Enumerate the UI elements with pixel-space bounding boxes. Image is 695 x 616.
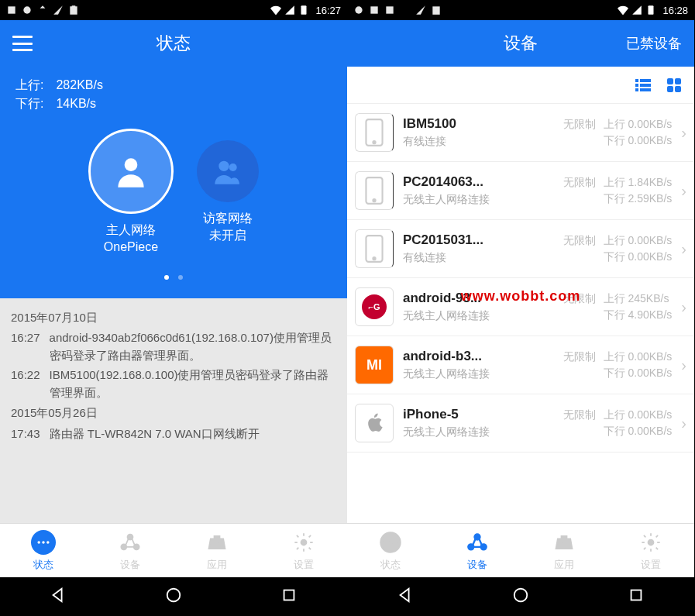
device-name: android-b3... — [403, 349, 511, 364]
log-entry: 16:27android-9340ab2f066c0d61(192.168.0.… — [11, 329, 336, 364]
back-button[interactable] — [397, 587, 414, 607]
log-entry: 16:22IBM5100(192.168.0.100)使用管理员密码登录了路由器… — [11, 367, 336, 401]
grid-view-button[interactable] — [663, 74, 685, 96]
svg-point-14 — [301, 539, 307, 545]
list-view-button[interactable] — [632, 74, 654, 96]
svg-point-8 — [42, 540, 46, 544]
menu-button[interactable] — [12, 36, 33, 51]
upload-value: 282KB/s — [56, 78, 102, 91]
recent-button[interactable] — [628, 587, 645, 607]
device-list[interactable]: IBM5100 有线连接 无限制上行 0.00KB/s 下行 0.00KB/s … — [347, 104, 694, 523]
svg-rect-2 — [301, 5, 307, 15]
log-panel[interactable]: 2015年07月10日 16:27android-9340ab2f066c0d6… — [0, 298, 347, 523]
android-nav-bar — [0, 577, 347, 616]
upload-label: 上行: — [15, 76, 53, 95]
phone-left: 16:27 状态 上行: 282KB/s 下行: 14KB/s 主人网络OneP… — [0, 0, 347, 616]
android-status-bar: 16:27 — [0, 0, 347, 20]
svg-point-7 — [37, 540, 41, 544]
device-connection: 无线主人网络连接 — [403, 193, 554, 207]
device-upload: 上行 0.00KB/s — [604, 116, 673, 132]
svg-rect-29 — [667, 86, 673, 92]
device-upload: 上行 1.84KB/s — [604, 174, 673, 191]
status-panel: 上行: 282KB/s 下行: 14KB/s 主人网络OnePiece 访客网络… — [0, 67, 347, 298]
device-limit: 无限制 — [563, 407, 597, 423]
log-entry: 17:43路由器 TL-WR842N 7.0 WAN口网线断开 — [11, 425, 336, 443]
device-download: 下行 2.59KB/s — [604, 191, 673, 207]
svg-rect-13 — [215, 542, 220, 545]
svg-rect-0 — [8, 6, 15, 13]
recent-button[interactable] — [280, 587, 298, 607]
svg-rect-19 — [386, 6, 393, 13]
home-button[interactable] — [165, 587, 182, 607]
device-row[interactable]: IBM5100 有线连接 无限制上行 0.00KB/s 下行 0.00KB/s … — [347, 104, 694, 162]
tab-devices[interactable]: 设备 — [434, 524, 521, 577]
svg-point-9 — [46, 540, 50, 544]
clock: 16:28 — [662, 5, 688, 16]
svg-rect-23 — [635, 84, 638, 87]
svg-rect-18 — [370, 6, 377, 13]
android-status-bar: 16:28 — [347, 0, 694, 20]
device-download: 下行 0.00KB/s — [604, 365, 673, 381]
svg-point-34 — [373, 199, 375, 201]
tab-apps[interactable]: 应用 — [174, 524, 260, 577]
chevron-right-icon: › — [681, 240, 686, 258]
device-limit: 无限制 — [563, 174, 597, 191]
svg-rect-47 — [631, 590, 642, 601]
svg-rect-20 — [649, 5, 654, 15]
tab-status[interactable]: 状态 — [347, 524, 434, 577]
device-icon — [355, 404, 394, 442]
device-download: 下行 4.90KB/s — [604, 307, 673, 323]
svg-rect-24 — [640, 84, 651, 87]
tab-bar: 状态 设备 应用 设置 — [347, 523, 694, 577]
svg-point-17 — [355, 6, 362, 13]
download-label: 下行: — [15, 95, 53, 113]
svg-rect-28 — [675, 78, 681, 84]
tab-settings[interactable]: 设置 — [260, 524, 347, 577]
tab-devices[interactable]: 设备 — [87, 524, 174, 577]
home-button[interactable] — [512, 587, 529, 607]
svg-point-46 — [514, 589, 528, 602]
page-title: 状态 — [0, 32, 347, 55]
view-toggle-bar — [347, 67, 694, 104]
log-date: 2015年05月26日 — [11, 404, 336, 422]
device-name: PC2015031... — [403, 232, 511, 248]
device-upload: 上行 0.00KB/s — [604, 349, 673, 365]
svg-point-4 — [218, 161, 229, 171]
android-nav-bar — [347, 577, 694, 616]
device-icon — [355, 113, 394, 152]
tab-status[interactable]: 状态 — [0, 524, 87, 577]
device-icon — [355, 229, 394, 268]
device-name: android-93... — [403, 291, 511, 306]
device-upload: 上行 0.00KB/s — [604, 407, 673, 423]
device-icon — [355, 171, 394, 210]
device-upload: 上行 0.00KB/s — [604, 232, 673, 249]
svg-point-5 — [229, 163, 237, 171]
banned-devices-button[interactable]: 已禁设备 — [626, 34, 682, 53]
tab-settings[interactable]: 设置 — [607, 524, 694, 577]
guest-network-button[interactable]: 访客网络未开启 — [197, 140, 259, 245]
svg-point-45 — [649, 539, 654, 545]
svg-rect-16 — [284, 590, 294, 601]
tab-apps[interactable]: 应用 — [521, 524, 607, 577]
device-row[interactable]: iPhone-5 无线主人网络连接 无限制上行 0.00KB/s 下行 0.00… — [347, 394, 694, 453]
device-connection: 有线连接 — [403, 135, 554, 149]
device-row[interactable]: ⌐G android-93... 无线主人网络连接 无限制上行 245KB/s … — [347, 278, 694, 336]
back-button[interactable] — [50, 587, 67, 607]
device-download: 下行 0.00KB/s — [604, 423, 673, 439]
device-download: 下行 0.00KB/s — [604, 249, 673, 265]
device-limit: 无限制 — [563, 232, 597, 249]
device-download: 下行 0.00KB/s — [604, 132, 673, 149]
svg-rect-21 — [635, 79, 638, 82]
svg-rect-22 — [640, 79, 651, 82]
svg-point-38 — [384, 541, 387, 544]
log-date: 2015年07月10日 — [11, 309, 336, 327]
svg-rect-27 — [667, 78, 673, 84]
chevron-right-icon: › — [681, 356, 686, 374]
app-header: 设备 已禁设备 — [347, 20, 694, 67]
device-upload: 上行 245KB/s — [604, 291, 669, 307]
device-row[interactable]: MI android-b3... 无线主人网络连接 无限制上行 0.00KB/s… — [347, 336, 694, 394]
device-icon: ⌐G — [355, 287, 394, 326]
device-row[interactable]: PC2014063... 无线主人网络连接 无限制上行 1.84KB/s 下行 … — [347, 162, 694, 220]
device-row[interactable]: PC2015031... 有线连接 无限制上行 0.00KB/s 下行 0.00… — [347, 220, 694, 278]
main-network-button[interactable]: 主人网络OnePiece — [88, 129, 174, 256]
